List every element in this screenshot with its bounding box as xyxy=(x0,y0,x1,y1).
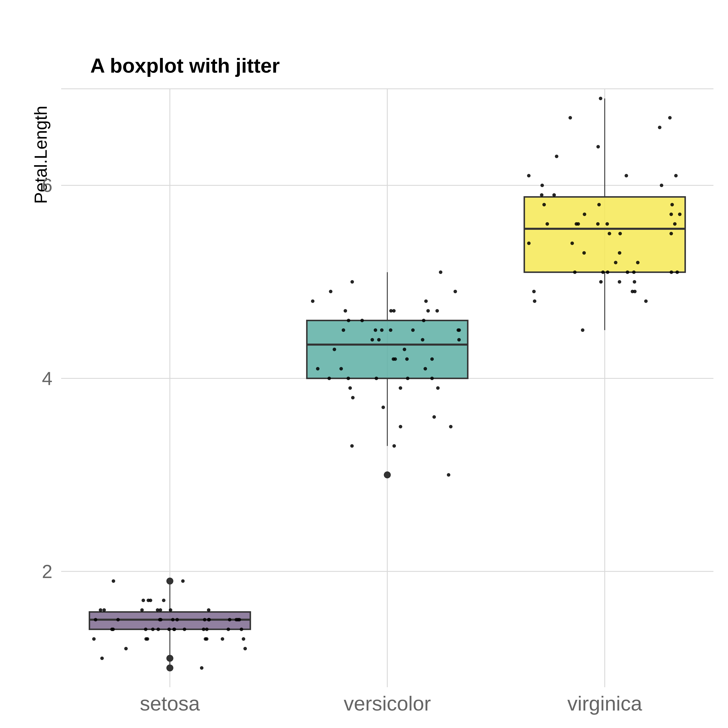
box-versicolor xyxy=(307,320,468,378)
jitter-point xyxy=(668,116,671,119)
jitter-point xyxy=(626,271,629,274)
jitter-point xyxy=(374,328,377,332)
jitter-point xyxy=(124,647,128,650)
jitter-point xyxy=(569,116,572,119)
jitter-point xyxy=(116,618,120,621)
jitter-point xyxy=(142,598,145,602)
jitter-point xyxy=(542,203,546,206)
jitter-point xyxy=(340,367,343,370)
jitter-point xyxy=(375,377,378,380)
jitter-point xyxy=(333,348,336,351)
jitter-point xyxy=(633,290,636,293)
jitter-point xyxy=(242,637,245,641)
jitter-point xyxy=(599,97,603,100)
jitter-point xyxy=(112,579,115,583)
jitter-point xyxy=(596,145,600,148)
jitter-point xyxy=(597,203,601,206)
jitter-point xyxy=(447,473,450,477)
jitter-point xyxy=(660,184,663,187)
jitter-point xyxy=(583,213,586,216)
jitter-point xyxy=(316,367,320,370)
jitter-point xyxy=(102,608,106,612)
jitter-point xyxy=(532,290,536,293)
jitter-point xyxy=(555,154,558,158)
outlier-point xyxy=(167,578,173,584)
jitter-point xyxy=(351,396,355,399)
jitter-point xyxy=(204,637,207,641)
y-tick-label: 4 xyxy=(42,368,52,389)
jitter-point xyxy=(94,618,97,621)
jitter-point xyxy=(144,627,147,631)
jitter-point xyxy=(618,251,621,255)
chart-container: A boxplot with jitter Petal.Length 246se… xyxy=(0,0,728,728)
jitter-point xyxy=(599,280,603,284)
jitter-point xyxy=(99,608,102,612)
jitter-point xyxy=(454,290,457,293)
jitter-point xyxy=(173,627,176,631)
jitter-point xyxy=(673,222,677,226)
jitter-point xyxy=(342,328,345,332)
jitter-point xyxy=(583,251,586,255)
jitter-point xyxy=(329,290,332,293)
jitter-point xyxy=(392,444,396,448)
jitter-point xyxy=(424,299,428,303)
jitter-point xyxy=(670,232,673,235)
jitter-point xyxy=(527,242,531,245)
jitter-point xyxy=(449,425,453,428)
jitter-point xyxy=(540,193,543,197)
x-tick-label: setosa xyxy=(140,692,200,715)
jitter-point xyxy=(618,280,621,284)
jitter-point xyxy=(392,357,395,361)
jitter-point xyxy=(433,415,436,419)
x-tick-label: versicolor xyxy=(344,692,431,715)
y-tick-label: 6 xyxy=(42,175,52,196)
jitter-point xyxy=(399,386,402,390)
jitter-point xyxy=(676,271,679,274)
jitter-point xyxy=(533,299,536,303)
y-tick-label: 2 xyxy=(42,561,52,582)
jitter-point xyxy=(203,618,206,621)
jitter-point xyxy=(614,261,617,264)
outlier-point xyxy=(167,664,173,671)
jitter-point xyxy=(183,627,186,631)
jitter-point xyxy=(670,271,673,274)
jitter-point xyxy=(411,328,414,332)
jitter-point xyxy=(678,213,682,216)
jitter-point xyxy=(389,328,392,332)
jitter-point xyxy=(221,637,224,641)
jitter-point xyxy=(422,319,425,322)
jitter-point xyxy=(670,203,674,206)
jitter-point xyxy=(240,627,243,631)
jitter-point xyxy=(601,271,605,274)
jitter-point xyxy=(344,309,347,313)
jitter-point xyxy=(636,261,639,264)
jitter-point xyxy=(350,444,354,448)
jitter-point xyxy=(632,271,636,274)
jitter-point xyxy=(156,627,160,631)
jitter-point xyxy=(670,213,673,216)
jitter-point xyxy=(439,271,442,274)
jitter-point xyxy=(625,174,628,177)
jitter-point xyxy=(436,386,440,390)
jitter-point xyxy=(581,328,584,332)
outlier-point xyxy=(384,471,391,479)
jitter-point xyxy=(426,309,430,313)
jitter-point xyxy=(570,242,574,245)
jitter-point xyxy=(207,608,210,612)
jitter-point xyxy=(200,666,203,670)
box-virginica xyxy=(524,197,685,272)
jitter-point xyxy=(159,608,162,612)
jitter-point xyxy=(633,280,636,284)
jitter-point xyxy=(226,627,230,631)
jitter-point xyxy=(380,328,384,332)
jitter-point xyxy=(228,618,231,621)
jitter-point xyxy=(162,598,165,602)
jitter-point xyxy=(421,338,424,341)
jitter-point xyxy=(575,222,578,226)
jitter-point xyxy=(110,627,114,631)
jitter-point xyxy=(243,647,247,650)
jitter-point xyxy=(202,627,205,631)
jitter-point xyxy=(205,627,208,631)
jitter-point xyxy=(644,299,648,303)
jitter-point xyxy=(377,338,381,341)
